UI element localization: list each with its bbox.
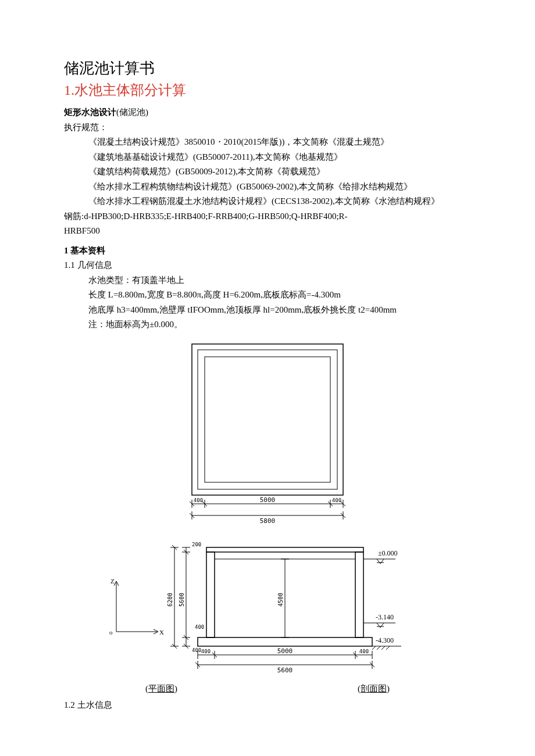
svg-line-52 [386,646,390,650]
dim-sec-outer-w: 5600 [277,667,293,674]
standard-item: 《混凝土结构设计规范》3850010・2010(2015年版))，本文简称《混凝… [64,135,471,150]
level-ground: ±0.000 [378,549,398,557]
section-1-title: 1.水池主体部分计算 [64,81,471,99]
caption-section: (剖面图) [358,683,390,694]
level-mid: -3.140 [376,613,394,621]
section-svg: Z o X [105,536,430,681]
standard-item: 《给水排水工程钢筋混凝土水池结构设计规程》(CECS138-2002),本文简称… [64,194,471,209]
dim-sec-t-left: 400 [201,648,211,654]
geom-line: 长度 L=8.800m,宽度 B=8.800π,高度 H=6.200m,底板底标… [64,288,471,303]
svg-rect-1 [198,350,337,489]
svg-rect-37 [206,552,215,637]
geom-line: 池底厚 h3=400mm,池壁厚 tIFOOmm,池顶板厚 hl=200mm,底… [64,303,471,318]
dim-plan-inner: 5000 [260,496,276,504]
dim-h-outer: 6200 [167,592,173,606]
level-base: -4.300 [376,636,394,644]
dim-plan-outer: 5800 [260,517,276,525]
plan-figure: 5000 400 400 5800 [64,338,471,530]
dim-sec-t-right: 400 [359,648,369,654]
svg-rect-39 [206,547,363,552]
geom-line: 注：地面标高为±0.000。 [64,317,471,332]
dim-t-wall: 400 [195,624,204,630]
rebar-line: HRBF500 [64,224,471,239]
axis-o: o [109,629,113,636]
plan-svg: 5000 400 400 5800 [174,338,361,530]
standard-item: 《给水排水工程构筑物结构设计规范》(GB50069-2002),本文简称《给排水… [64,180,471,195]
design-paren: (储泥池) [116,108,148,117]
svg-rect-38 [355,552,363,637]
svg-line-49 [372,646,376,650]
section-figure: Z o X [64,536,471,694]
svg-line-51 [381,646,385,650]
axis-z: Z [110,578,115,585]
dim-t-base: 400 [192,647,201,653]
dim-inner-h: 4500 [277,592,284,606]
heading-soil: 1.2 土水信息 [64,698,471,713]
standard-item: 《建筑结构荷载规范》(GB50009-2012),本文简称《荷载规范》 [64,164,471,180]
dim-sec-inner-w: 5000 [277,647,293,655]
dim-t-top: 200 [192,542,201,547]
dim-plan-t-right: 400 [332,497,341,503]
svg-rect-0 [192,344,343,495]
heading-geom: 1.1 几何信息 [64,258,471,273]
design-name: 矩形水池设计 [64,108,116,117]
dim-h-inner: 5600 [179,592,185,606]
svg-rect-2 [205,357,330,482]
rebar-line: 钢筋:d-HPB300;D-HRB335;E-HRB400;F-RRB400;G… [64,209,471,224]
geom-line: 水池类型：有顶盖半地上 [64,273,471,288]
heading-basic: 1 基本资料 [64,243,471,259]
svg-line-50 [377,646,380,650]
svg-rect-36 [198,637,372,646]
standard-item: 《建筑地基基础设计规范》(GB50007-2011),本文简称《地基规范》 [64,150,471,165]
dim-plan-t-left: 400 [194,497,203,503]
doc-title: 储泥池计算书 [64,58,471,78]
axis-x: X [159,629,164,636]
caption-plan: (平面图) [145,683,177,694]
standards-label: 执行规范： [64,120,471,135]
